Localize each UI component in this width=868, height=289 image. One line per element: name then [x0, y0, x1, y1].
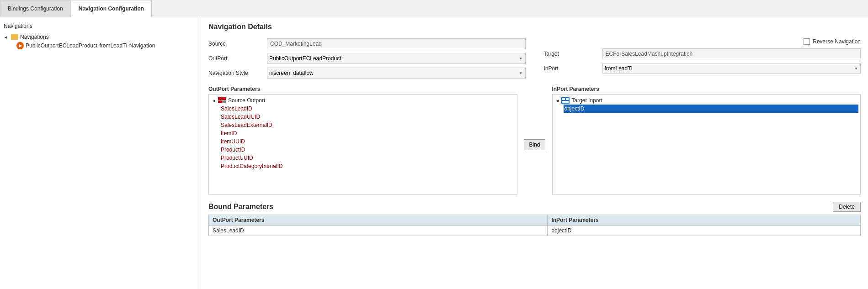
inport-params-label: InPort Parameters: [552, 86, 861, 92]
bound-section: Bound Parameters Delete OutPort Paramete…: [208, 202, 861, 236]
source-row: Source: [208, 38, 526, 49]
inport-select-wrapper: fromLeadTI: [602, 63, 861, 74]
inport-row: InPort fromLeadTI: [544, 63, 861, 74]
nav-style-row: Navigation Style inscreen_dataflow: [208, 68, 526, 79]
reverse-nav-label: Reverse Navigation: [813, 38, 861, 45]
svg-rect-1: [222, 97, 226, 100]
outport-icon: [218, 97, 226, 104]
svg-rect-7: [562, 101, 569, 103]
inport-params-list: objectID: [554, 105, 859, 113]
form-grid: Source OutPort PublicOutportECLeadProduc…: [208, 38, 861, 82]
bound-title: Bound Parameters: [208, 203, 273, 211]
inport-params-tree-box: ◄ Target Inport objectID: [552, 94, 861, 194]
outport-row: OutPort PublicOutportECLeadProduct: [208, 53, 526, 64]
outport-param-item[interactable]: SalesLeadID: [220, 105, 515, 113]
nav-style-label: Navigation Style: [208, 70, 263, 76]
reverse-nav-row: Reverse Navigation: [544, 38, 861, 45]
bind-button[interactable]: Bind: [524, 139, 545, 150]
tab-navigation-label: Navigation Configuration: [79, 5, 144, 12]
tree-root-arrow: ◄: [4, 35, 9, 40]
inport-tree-arrow: ◄: [555, 98, 560, 103]
left-panel: Navigations ◄ Navigations ▶ PublicOutpor…: [0, 17, 201, 289]
panel-title: Navigations: [0, 21, 201, 31]
target-inport-label: Target Inport: [571, 97, 602, 104]
nav-style-select-wrapper: inscreen_dataflow: [267, 68, 526, 79]
tree-root-label: Navigations: [20, 34, 49, 40]
outport-params-label: OutPort Parameters: [208, 86, 517, 92]
target-inport-node[interactable]: ◄ Target Inport: [554, 96, 859, 105]
outport-param-item[interactable]: ItemID: [220, 129, 515, 137]
inport-select[interactable]: fromLeadTI: [602, 63, 861, 74]
inport-label: InPort: [544, 65, 599, 72]
svg-rect-0: [218, 97, 222, 100]
bound-table: OutPort Parameters InPort Parameters Sal…: [208, 215, 861, 236]
tab-navigation[interactable]: Navigation Configuration: [71, 0, 152, 17]
table-row[interactable]: SalesLeadIDobjectID: [209, 226, 861, 236]
target-label: Target: [544, 51, 599, 57]
outport-param-item[interactable]: ProductUUID: [220, 154, 515, 162]
outport-params-col: OutPort Parameters ◄: [208, 86, 517, 194]
bound-inport-cell: objectID: [548, 226, 861, 236]
bound-outport-cell: SalesLeadID: [209, 226, 548, 236]
outport-select-wrapper: PublicOutportECLeadProduct: [267, 53, 526, 64]
svg-rect-3: [222, 100, 226, 103]
main-layout: Navigations ◄ Navigations ▶ PublicOutpor…: [0, 17, 868, 289]
outport-params-list: SalesLeadIDSalesLeadUUIDSalesLeadExterna…: [211, 105, 515, 170]
svg-rect-6: [566, 98, 569, 100]
nav-details-title: Navigation Details: [208, 23, 861, 31]
inport-icon: [561, 97, 570, 104]
outport-param-item[interactable]: ItemUUID: [220, 137, 515, 146]
svg-rect-2: [218, 100, 222, 103]
tabs-bar: Bindings Configuration Navigation Config…: [0, 0, 868, 17]
outport-param-item[interactable]: SalesLeadExternalID: [220, 121, 515, 129]
delete-button[interactable]: Delete: [833, 202, 861, 212]
outport-param-item[interactable]: SalesLeadUUID: [220, 113, 515, 121]
outport-label: OutPort: [208, 55, 263, 62]
bind-col: Bind: [521, 86, 548, 194]
reverse-nav-checkbox[interactable]: [804, 38, 810, 45]
source-label: Source: [208, 41, 263, 47]
outport-select[interactable]: PublicOutportECLeadProduct: [267, 53, 526, 64]
outport-param-item[interactable]: ProductCategoryIntrnalID: [220, 162, 515, 170]
tree-root-node[interactable]: ◄ Navigations: [4, 33, 197, 41]
tab-bindings-label: Bindings Configuration: [8, 5, 63, 12]
tab-bindings[interactable]: Bindings Configuration: [0, 0, 71, 17]
bound-header: Bound Parameters Delete: [208, 202, 861, 212]
right-content: Navigation Details Source OutPort Public…: [201, 17, 868, 289]
tree-child-label: PublicOutportECLeadProduct-fromLeadTI-Na…: [26, 42, 155, 49]
nav-style-select[interactable]: inscreen_dataflow: [267, 68, 526, 79]
source-input[interactable]: [267, 38, 526, 49]
outport-params-tree-box: ◄ Source Outport SalesLeadIDSa: [208, 94, 517, 194]
right-form-col: Reverse Navigation Target InPort fromLea…: [544, 38, 861, 82]
params-section: OutPort Parameters ◄: [208, 86, 861, 194]
tree-child-node[interactable]: ▶ PublicOutportECLeadProduct-fromLeadTI-…: [16, 41, 197, 50]
inport-param-item[interactable]: objectID: [564, 105, 859, 113]
col-header-inport: InPort Parameters: [548, 215, 861, 226]
svg-rect-5: [562, 98, 565, 100]
source-outport-node[interactable]: ◄ Source Outport: [211, 96, 515, 105]
folder-icon: [11, 34, 18, 40]
nav-circle-icon: ▶: [16, 42, 24, 49]
target-input[interactable]: [602, 48, 861, 59]
target-row: Target: [544, 48, 861, 59]
outport-param-item[interactable]: ProductID: [220, 146, 515, 154]
source-outport-label: Source Outport: [228, 97, 265, 104]
left-form-col: Source OutPort PublicOutportECLeadProduc…: [208, 38, 526, 82]
inport-params-col: InPort Parameters ◄: [552, 86, 861, 194]
tree-expand-arrow: ◄: [212, 98, 216, 103]
bound-table-body: SalesLeadIDobjectID: [209, 226, 861, 236]
tree-container: ◄ Navigations ▶ PublicOutportECLeadProdu…: [0, 31, 201, 52]
col-header-outport: OutPort Parameters: [209, 215, 548, 226]
